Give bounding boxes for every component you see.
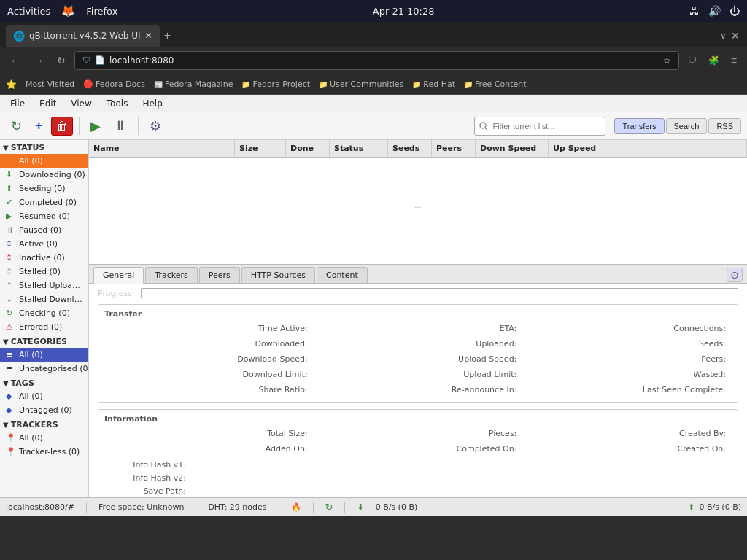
total-size-label: Total Size: [104, 428, 314, 439]
downloaded-label: Downloaded: [104, 338, 314, 349]
tab-dropdown-button[interactable]: ∨ [720, 28, 727, 43]
sidebar-item-tracker-less-label: Tracker-less (0) [19, 447, 80, 456]
column-name[interactable]: Name [89, 140, 235, 157]
column-status[interactable]: Status [330, 140, 388, 157]
column-size[interactable]: Size [235, 140, 286, 157]
bookmark-fedora-magazine[interactable]: 📰 Fedora Magazine [154, 79, 233, 89]
bookmark-free-content[interactable]: 📁 Free Content [464, 79, 527, 89]
column-done[interactable]: Done [286, 140, 330, 157]
tab-general[interactable]: General [93, 267, 144, 284]
transfers-tab-button[interactable]: Transfers [614, 118, 664, 134]
options-button[interactable]: ⚙ [144, 115, 166, 137]
status-section-header[interactable]: ▼ STATUS [0, 140, 88, 154]
network-icon[interactable]: 🖧 [689, 5, 700, 17]
sidebar-item-stalled-uploading[interactable]: ↑ Stalled Uploadi... [0, 279, 88, 292]
bookmark-fedora-docs[interactable]: 🔴 Fedora Docs [83, 79, 145, 89]
volume-icon[interactable]: 🔊 [708, 5, 721, 17]
menu-edit[interactable]: Edit [32, 97, 63, 110]
address-bar[interactable]: 🛡 📄 localhost:8080 ☆ [74, 51, 679, 70]
rss-tab-button[interactable]: RSS [708, 118, 741, 134]
menu-help[interactable]: Help [135, 97, 169, 110]
sidebar-item-resumed[interactable]: ▶ Resumed (0) [0, 209, 88, 223]
bookmark-most-visited[interactable]: Most Visited [26, 79, 74, 89]
menu-file[interactable]: File [3, 97, 32, 110]
sidebar-item-inactive[interactable]: ↕ Inactive (0) [0, 251, 88, 265]
sidebar-item-stalled-downloading[interactable]: ↓ Stalled Downlo... [0, 292, 88, 306]
browser-tab-qbittorrent[interactable]: 🌐 qBittorrent v4.5.2 Web UI ✕ [6, 25, 160, 47]
tags-section-header[interactable]: ▼ TAGS [0, 376, 88, 389]
sidebar-item-stalled-uploading-label: Stalled Uploadi... [19, 281, 85, 290]
trackers-section-header[interactable]: ▼ TRACKERS [0, 417, 88, 431]
bookmark-star[interactable]: ☆ [663, 55, 671, 66]
sidebar-item-errored[interactable]: ⚠ Errored (0) [0, 320, 88, 334]
sidebar-item-active[interactable]: ↕ Active (0) [0, 237, 88, 251]
forward-button[interactable]: → [29, 52, 48, 69]
sidebar-item-all-tags[interactable]: ◆ All (0) [0, 389, 88, 403]
column-up-speed[interactable]: Up Speed [549, 140, 747, 157]
detail-tabs-bar: General Trackers Peers HTTP Sources Cont… [89, 265, 747, 284]
errored-icon: ⚠ [6, 322, 16, 332]
url-text[interactable]: localhost:8080 [109, 55, 174, 66]
activities-label[interactable]: Activities [7, 6, 50, 17]
peers-value [522, 366, 732, 368]
browser-tab-bar: 🌐 qBittorrent v4.5.2 Web UI ✕ + ∨ ✕ [0, 22, 747, 47]
search-tab-button[interactable]: Search [666, 118, 708, 134]
untagged-icon: ◆ [6, 405, 16, 415]
shield-extension-button[interactable]: 🛡 [684, 52, 701, 69]
sidebar-item-tracker-less[interactable]: 📍 Tracker-less (0) [0, 445, 88, 459]
bookmark-red-hat[interactable]: 📁 Red Hat [412, 79, 455, 89]
hamburger-menu-button[interactable]: ≡ [727, 52, 741, 69]
bookmark-user-communities[interactable]: 📁 User Communities [319, 79, 403, 89]
share-ratio-value [104, 397, 314, 398]
progress-row: Progress: [98, 288, 738, 298]
refresh-button[interactable]: ↻ [6, 115, 27, 137]
power-icon[interactable]: ⏻ [729, 5, 740, 17]
window-close-button[interactable]: ✕ [729, 28, 741, 43]
tab-peers[interactable]: Peers [199, 267, 240, 283]
bookmark-fedora-project[interactable]: 📁 Fedora Project [241, 79, 310, 89]
sidebar-item-seeding-label: Seeding (0) [19, 184, 66, 193]
download-speed-label: Download Speed: [104, 354, 314, 365]
sidebar-item-all-trackers[interactable]: 📍 All (0) [0, 431, 88, 445]
add-torrent-button[interactable]: + [30, 115, 48, 136]
column-peers[interactable]: Peers [432, 140, 476, 157]
extensions-button[interactable]: 🧩 [704, 52, 724, 69]
categories-section-header[interactable]: ▼ CATEGORIES [0, 334, 88, 348]
sidebar-item-uncategorised[interactable]: ≡ Uncategorised (0) [0, 362, 88, 376]
filter-input[interactable] [474, 117, 605, 136]
reload-button[interactable]: ↻ [53, 52, 70, 69]
resume-button[interactable]: ▶ [85, 115, 106, 137]
column-down-speed[interactable]: Down Speed [476, 140, 549, 157]
sidebar-item-stalled[interactable]: ↕ Stalled (0) [0, 265, 88, 279]
tab-close-button[interactable]: ✕ [145, 31, 152, 41]
menu-tools[interactable]: Tools [99, 97, 136, 110]
completed-icon: ✔ [6, 198, 16, 207]
tab-content[interactable]: Content [317, 267, 368, 283]
sidebar-item-downloading[interactable]: ⬇ Downloading (0) [0, 168, 88, 182]
sidebar-item-untagged[interactable]: ◆ Untagged (0) [0, 403, 88, 417]
sidebar-item-paused[interactable]: ⏸ Paused (0) [0, 223, 88, 237]
main-content: ▼ STATUS ▼ All (0) ⬇ Downloading (0) ⬆ S… [0, 140, 747, 497]
uncategorised-icon: ≡ [6, 364, 16, 373]
status-sep-2 [196, 502, 196, 513]
sidebar-item-all-categories[interactable]: ≡ All (0) [0, 348, 88, 362]
up-speed-icon: ⬆ [688, 502, 694, 512]
detail-general-content: Progress: Transfer Time Active: ETA: Con… [89, 284, 747, 497]
delete-torrent-button[interactable]: 🗑 [51, 117, 73, 136]
app-toolbar: ↻ + 🗑 ▶ ⏸ ⚙ Transfers Search RSS [0, 112, 747, 140]
column-seeds[interactable]: Seeds [388, 140, 432, 157]
last-seen-label: Last Seen Complete: [522, 384, 732, 395]
expand-detail-button[interactable]: ⊙ [727, 268, 743, 282]
sidebar-item-completed[interactable]: ✔ Completed (0) [0, 195, 88, 209]
menu-view[interactable]: View [63, 97, 98, 110]
sidebar-item-seeding[interactable]: ⬆ Seeding (0) [0, 182, 88, 195]
back-button[interactable]: ← [6, 52, 25, 69]
uploaded-label: Uploaded: [314, 338, 523, 349]
sidebar-item-checking[interactable]: ↻ Checking (0) [0, 306, 88, 320]
sidebar-item-all-status[interactable]: ▼ All (0) [0, 154, 88, 168]
tab-http-sources[interactable]: HTTP Sources [241, 267, 315, 283]
tab-trackers[interactable]: Trackers [145, 267, 197, 283]
pause-button[interactable]: ⏸ [109, 115, 132, 136]
new-tab-button[interactable]: + [160, 29, 175, 42]
fedora-magazine-icon: 📰 [154, 80, 163, 88]
